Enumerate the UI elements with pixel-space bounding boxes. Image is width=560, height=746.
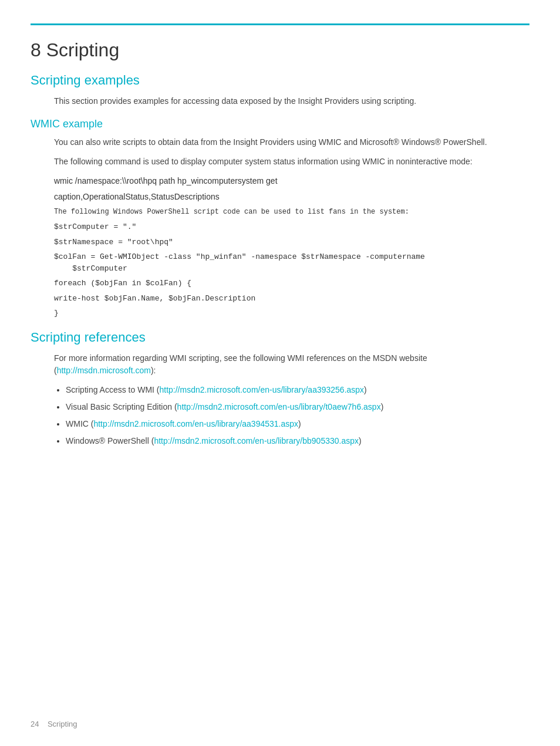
ref-item-3-link[interactable]: http://msdn2.microsoft.com/en-us/library…: [93, 419, 298, 428]
wmic-code-line-5: write-host $objFan.Name, $objFan.Descrip…: [54, 293, 529, 305]
scripting-examples-intro: This section provides examples for acces…: [54, 95, 529, 107]
ref-item-1-label: Scripting Access to WMI (: [66, 385, 159, 394]
wmic-cmd-line2: caption,OperationalStatus,StatusDescript…: [54, 191, 529, 203]
wmic-code-line-4: foreach ($objFan in $colFan) {: [54, 278, 529, 289]
scripting-examples-heading: Scripting examples: [31, 73, 529, 88]
wmic-code-line-6: }: [54, 308, 529, 319]
page-footer: 24 Scripting: [31, 720, 77, 728]
references-list: Scripting Access to WMI (http://msdn2.mi…: [66, 384, 529, 447]
ref-item-3-close: ): [298, 419, 301, 428]
ref-item-2-label: Visual Basic Scripting Edition (: [66, 402, 177, 411]
ref-item-4-link[interactable]: http://msdn2.microsoft.com/en-us/library…: [154, 436, 359, 445]
scripting-references-section: Scripting references For more informatio…: [31, 330, 529, 447]
wmic-para2: The following command is used to display…: [54, 156, 529, 168]
scripting-references-heading: Scripting references: [31, 330, 529, 345]
page-title: 8 Scripting: [31, 39, 529, 61]
wmic-code-line-1: $strComputer = ".": [54, 221, 529, 233]
footer-section-label: Scripting: [48, 720, 77, 728]
ref-item-1: Scripting Access to WMI (http://msdn2.mi…: [66, 384, 529, 396]
wmic-para1: You can also write scripts to obtain dat…: [54, 136, 529, 148]
scripting-examples-section: Scripting examples This section provides…: [31, 73, 529, 107]
ref-item-3: WMIC (http://msdn2.microsoft.com/en-us/l…: [66, 418, 529, 430]
ref-item-4-label: Windows® PowerShell (: [66, 436, 154, 445]
ref-item-4-close: ): [359, 436, 362, 445]
msdn-link[interactable]: http://msdn.microsoft.com: [57, 366, 151, 375]
ref-item-2: Visual Basic Scripting Edition (http://m…: [66, 401, 529, 413]
wmic-code-line-2: $strNamespace = "root\hpq": [54, 237, 529, 248]
ref-item-1-close: ): [364, 385, 367, 394]
ref-item-2-close: ): [381, 402, 384, 411]
wmic-code-line-3: $colFan = Get-WMIObject -class "hp_winfa…: [54, 251, 529, 274]
wmic-code-comment: The following Windows PowerShell script …: [54, 207, 529, 218]
ref-item-4: Windows® PowerShell (http://msdn2.micros…: [66, 435, 529, 447]
footer-page-number: 24: [31, 720, 39, 728]
wmic-cmd-line1: wmic /namespace:\\root\hpq path hp_winco…: [54, 175, 529, 187]
ref-item-3-label: WMIC (: [66, 419, 93, 428]
ref-item-2-link[interactable]: http://msdn2.microsoft.com/en-us/library…: [177, 402, 381, 411]
top-border: [31, 23, 529, 25]
ref-item-1-link[interactable]: http://msdn2.microsoft.com/en-us/library…: [159, 385, 364, 394]
scripting-references-intro: For more information regarding WMI scrip…: [54, 352, 529, 377]
wmic-example-heading: WMIC example: [31, 118, 529, 130]
wmic-example-section: WMIC example You can also write scripts …: [31, 118, 529, 319]
